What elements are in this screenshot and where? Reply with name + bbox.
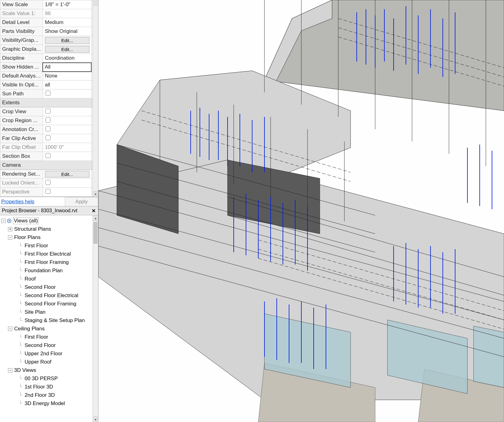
tree-item[interactable]: └3D Energy Model <box>0 399 98 408</box>
tree-item[interactable]: └First Floor <box>0 333 98 341</box>
property-checkbox[interactable] <box>46 180 50 185</box>
property-value[interactable] <box>43 107 91 116</box>
property-value[interactable]: all <box>43 81 91 90</box>
property-value[interactable]: 1000' 0" <box>43 143 91 152</box>
minus-icon[interactable]: − <box>8 235 12 240</box>
property-value[interactable] <box>43 188 91 197</box>
property-value[interactable]: Edit... <box>43 45 91 54</box>
property-value[interactable] <box>43 134 91 143</box>
property-value[interactable]: 96 <box>43 9 91 18</box>
tree-item-label: 3D Energy Model <box>24 400 65 407</box>
property-name: Visible In Opti... <box>0 81 43 90</box>
property-value[interactable]: Medium <box>43 18 91 27</box>
property-name: Graphic Displa... <box>0 45 43 54</box>
tree-group-label: Floor Plans <box>14 234 41 241</box>
tree-branch-icon: └ <box>17 317 23 324</box>
property-value[interactable]: Coordination <box>43 54 91 63</box>
scroll-up-icon[interactable] <box>93 0 98 6</box>
property-name: Scale Value 1: <box>0 9 43 18</box>
tree-branch-icon: └ <box>17 268 23 274</box>
tree-item[interactable]: └Foundation Plan <box>0 266 98 275</box>
tree-item-label: Second Floor <box>24 284 56 290</box>
property-value[interactable] <box>43 90 91 98</box>
tree-item-label: Second Floor Electrical <box>24 293 79 299</box>
property-value[interactable] <box>43 116 91 125</box>
tree-item-label: Upper 2nd Floor <box>24 351 63 357</box>
tree-item[interactable]: └Upper Roof <box>0 358 98 366</box>
tree-item[interactable]: └Staging & Site Setup Plan <box>0 316 98 324</box>
property-checkbox[interactable] <box>46 135 50 140</box>
tree-item[interactable]: └Second Floor Electrical <box>0 291 98 300</box>
browser-scrollbar[interactable]: ▴ ▾ <box>93 215 98 422</box>
property-checkbox[interactable] <box>46 189 50 194</box>
tree-item[interactable]: └Site Plan <box>0 308 98 316</box>
scroll-down-icon[interactable]: ▾ <box>93 416 98 422</box>
property-value[interactable]: Show Original <box>43 27 91 36</box>
plus-icon[interactable]: + <box>8 227 12 231</box>
tree-item[interactable]: └Second Floor <box>0 283 98 291</box>
tree-group[interactable]: −3D Views <box>0 366 98 374</box>
properties-help-link[interactable]: Properties help <box>0 199 65 205</box>
property-name: Annotation Cr... <box>0 125 43 134</box>
tree-group[interactable]: −Floor Plans <box>0 233 98 241</box>
tree-branch-icon: └ <box>17 400 23 407</box>
property-value[interactable] <box>43 179 91 188</box>
minus-icon[interactable]: − <box>8 327 12 331</box>
property-value[interactable]: 1/8" = 1'-0" <box>43 0 91 9</box>
property-value[interactable]: Edit... <box>43 170 91 179</box>
model-viewport[interactable] <box>98 0 504 422</box>
property-section[interactable]: Camera <box>0 161 92 170</box>
property-value[interactable]: None <box>43 72 91 81</box>
tree-item[interactable]: └First Floor Electrical <box>0 250 98 258</box>
tree-item-label: First Floor Electrical <box>24 251 71 257</box>
property-value[interactable] <box>43 125 91 134</box>
property-name: View Scale <box>0 0 43 9</box>
tree-group[interactable]: +Structural Plans <box>0 225 98 233</box>
property-checkbox[interactable] <box>46 117 50 122</box>
edit-button[interactable]: Edit... <box>45 37 89 44</box>
tree-root[interactable]: −Views (all) <box>0 217 98 225</box>
property-section[interactable]: Extents <box>0 98 92 107</box>
tree-item[interactable]: └Second Floor Framing <box>0 300 98 308</box>
tree-group-label: Ceiling Plans <box>14 326 45 332</box>
tree-item-label: Upper Roof <box>24 359 52 365</box>
tree-group[interactable]: −Ceiling Plans <box>0 324 98 333</box>
scroll-thumb[interactable] <box>93 222 97 244</box>
tree-branch-icon: └ <box>17 351 23 357</box>
tree-item[interactable]: └Upper 2nd Floor <box>0 349 98 358</box>
property-value[interactable]: All <box>43 63 91 72</box>
close-icon[interactable]: ✕ <box>91 208 96 214</box>
tree-item-label: First Floor <box>24 243 49 249</box>
tree-item[interactable]: └2nd Floor 3D <box>0 391 98 399</box>
tree-branch-icon: └ <box>17 293 23 299</box>
property-name: Perspective <box>0 188 43 197</box>
property-value[interactable] <box>43 152 91 161</box>
apply-button[interactable]: Apply <box>65 197 98 206</box>
minus-icon[interactable]: − <box>8 368 12 372</box>
tree-branch-icon: └ <box>17 259 23 265</box>
tree-item-label: 2nd Floor 3D <box>24 392 55 398</box>
tree-item[interactable]: └1st Floor 3D <box>0 383 98 391</box>
scroll-down-icon[interactable]: ▾ <box>93 191 98 197</box>
minus-icon[interactable]: − <box>1 219 6 223</box>
property-name: Far Clip Active <box>0 134 43 143</box>
properties-scrollbar[interactable]: ▾ <box>93 0 98 197</box>
svg-point-1 <box>9 220 10 221</box>
property-checkbox[interactable] <box>46 126 50 131</box>
edit-button[interactable]: Edit... <box>45 46 89 53</box>
properties-panel: View Scale1/8" = 1'-0"Scale Value 1:96De… <box>0 0 98 197</box>
property-checkbox[interactable] <box>46 91 50 96</box>
views-icon <box>7 218 12 223</box>
tree-item[interactable]: └00 3D PERSP <box>0 374 98 383</box>
property-name: Visibility/Grap... <box>0 36 43 45</box>
tree-item[interactable]: └Second Floor <box>0 341 98 349</box>
property-checkbox[interactable] <box>46 153 50 158</box>
property-checkbox[interactable] <box>46 109 50 113</box>
edit-button[interactable]: Edit... <box>45 171 89 177</box>
property-value[interactable]: Edit... <box>43 36 91 45</box>
scroll-up-icon[interactable]: ▴ <box>93 215 98 221</box>
tree-item[interactable]: └First Floor Framing <box>0 258 98 266</box>
property-name: Section Box <box>0 152 43 161</box>
tree-item[interactable]: └First Floor <box>0 241 98 250</box>
tree-item[interactable]: └Roof <box>0 275 98 283</box>
